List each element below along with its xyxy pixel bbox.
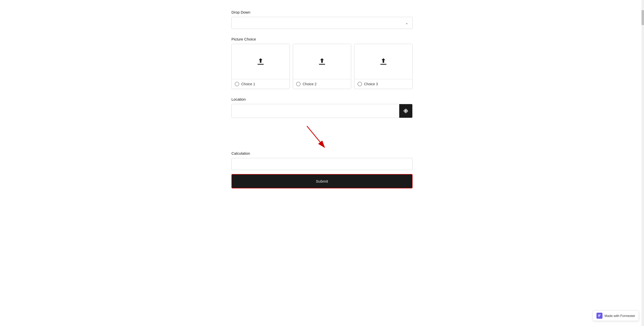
upload-icon-1 bbox=[256, 57, 265, 66]
picture-choice-label-2: Choice 2 bbox=[293, 79, 351, 89]
location-target-button[interactable] bbox=[399, 104, 412, 118]
dropdown-section: Drop Down ⌄ bbox=[231, 10, 413, 29]
calculation-label: Calculation bbox=[231, 151, 413, 155]
picture-choice-section: Picture Choice Choice 1 bbox=[231, 37, 413, 89]
choice-3-text: Choice 3 bbox=[364, 82, 378, 86]
svg-rect-11 bbox=[598, 316, 599, 317]
arrow-annotation bbox=[231, 126, 413, 151]
formester-badge: Made with Formester bbox=[593, 310, 639, 321]
location-input[interactable] bbox=[232, 104, 399, 118]
location-input-wrapper bbox=[231, 104, 413, 118]
picture-choice-label-3: Choice 3 bbox=[354, 79, 412, 89]
picture-choice-item-2[interactable]: Choice 2 bbox=[293, 44, 351, 89]
picture-choice-label-1: Choice 1 bbox=[232, 79, 290, 89]
upload-icon-3 bbox=[379, 57, 388, 66]
formester-icon bbox=[596, 313, 602, 319]
scrollbar-thumb[interactable] bbox=[641, 10, 644, 25]
formester-badge-text: Made with Formester bbox=[605, 314, 635, 318]
calculation-input[interactable] bbox=[231, 158, 413, 170]
dropdown-label: Drop Down bbox=[231, 10, 413, 14]
radio-circle-2 bbox=[296, 82, 301, 86]
picture-choice-grid: Choice 1 Choice 2 bbox=[231, 44, 413, 89]
picture-choice-image-3 bbox=[354, 44, 412, 79]
choice-2-text: Choice 2 bbox=[303, 82, 316, 86]
svg-rect-10 bbox=[598, 315, 600, 316]
calculation-section: Calculation bbox=[231, 151, 413, 170]
picture-choice-image-2 bbox=[293, 44, 351, 79]
chevron-down-icon: ⌄ bbox=[405, 21, 408, 25]
svg-line-7 bbox=[307, 126, 325, 147]
svg-point-0 bbox=[405, 110, 407, 112]
upload-icon-2 bbox=[317, 57, 327, 66]
crosshair-icon bbox=[403, 108, 409, 114]
picture-choice-image-1 bbox=[232, 44, 290, 79]
svg-rect-9 bbox=[598, 315, 601, 315]
picture-choice-label: Picture Choice bbox=[231, 37, 413, 41]
submit-wrapper: Submit bbox=[231, 174, 413, 188]
location-section: Location bbox=[231, 97, 413, 118]
picture-choice-item-3[interactable]: Choice 3 bbox=[354, 44, 413, 89]
formester-logo-icon bbox=[598, 314, 601, 317]
red-arrow-svg bbox=[302, 124, 342, 151]
picture-choice-item-1[interactable]: Choice 1 bbox=[231, 44, 290, 89]
submit-button[interactable]: Submit bbox=[232, 175, 412, 188]
radio-circle-1 bbox=[235, 82, 239, 86]
location-label: Location bbox=[231, 97, 413, 101]
choice-1-text: Choice 1 bbox=[241, 82, 255, 86]
page-container: Drop Down ⌄ Picture Choice bbox=[226, 0, 418, 214]
radio-circle-3 bbox=[357, 82, 362, 86]
dropdown-input[interactable]: ⌄ bbox=[231, 17, 413, 29]
scrollbar-track[interactable] bbox=[641, 0, 644, 326]
